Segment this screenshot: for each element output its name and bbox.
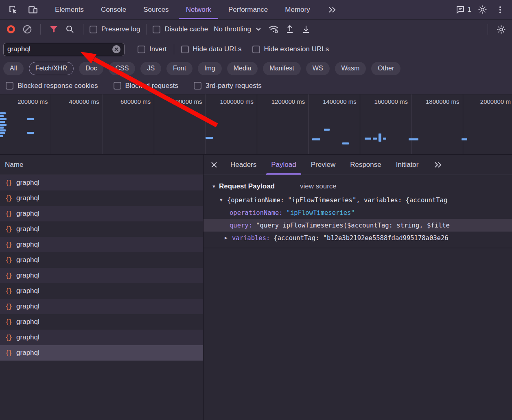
device-toolbar-icon[interactable] [26,3,40,17]
third-party-requests-checkbox[interactable]: 3rd-party requests [194,82,262,90]
checkbox-box [114,82,121,90]
blocked-response-cookies-checkbox[interactable]: Blocked response cookies [6,82,98,90]
blocked-requests-checkbox[interactable]: Blocked requests [114,82,178,90]
chip-media[interactable]: Media [227,62,258,75]
request-detail-panel: Headers Payload Preview Response Initiat… [203,155,512,420]
clear-network-log-button[interactable] [20,22,34,36]
detail-tab-bar: Headers Payload Preview Response Initiat… [203,155,512,175]
timeline-label: 1600000 ms [360,94,411,154]
json-icon: {} [5,256,12,264]
hide-data-urls-checkbox[interactable]: Hide data URLs [181,45,242,53]
filter-funnel-icon[interactable] [47,22,61,36]
more-tabs-chevron-icon[interactable] [319,0,346,19]
kebab-menu-icon[interactable] [493,3,507,17]
detail-tab-headers[interactable]: Headers [223,155,264,175]
request-row[interactable]: {}graphql [0,252,203,268]
request-row[interactable]: {}graphql [0,299,203,314]
network-filter-field[interactable] [3,43,125,56]
name-column-header[interactable]: Name [0,155,203,175]
settings-gear-icon[interactable] [475,3,489,17]
close-detail-icon[interactable] [205,155,223,175]
json-icon: {} [5,334,12,341]
chip-css[interactable]: CSS [109,62,135,75]
extra-filter-row: Blocked response cookies Blocked request… [0,77,512,94]
network-conditions-icon[interactable] [267,22,280,36]
detail-tab-response[interactable]: Response [343,155,389,175]
chip-other[interactable]: Other [371,62,400,75]
export-har-icon[interactable] [299,22,313,36]
detail-tab-preview[interactable]: Preview [304,155,343,175]
waterfall-bar [383,138,386,140]
request-row[interactable]: {}graphql [0,190,203,206]
collapse-triangle-icon[interactable]: ▼ [212,184,219,189]
tab-console[interactable]: Console [92,0,135,19]
waterfall-bar [0,127,4,129]
chip-ws[interactable]: WS [306,62,330,75]
checkbox-box [194,82,201,90]
more-detail-tabs-chevron-icon[interactable] [426,155,450,175]
waterfall-bar [365,138,371,140]
chip-manifest[interactable]: Manifest [263,62,300,75]
chip-all[interactable]: All [3,62,24,75]
waterfall-bar [27,118,34,120]
json-icon: {} [5,195,12,202]
request-row[interactable]: {}graphql [0,237,203,252]
json-icon: {} [5,225,12,233]
request-row[interactable]: {}graphql [0,206,203,221]
timeline-label: 800000 ms [154,94,206,154]
chip-doc[interactable]: Doc [79,62,103,75]
expand-triangle-icon[interactable]: ▶ [225,235,232,241]
checkbox-box [153,26,160,33]
request-row[interactable]: {}graphql [0,175,203,190]
tab-memory[interactable]: Memory [276,0,318,19]
timeline-track[interactable]: 200000 ms 400000 ms 600000 ms 800000 ms … [0,94,512,155]
chip-img[interactable]: Img [198,62,222,75]
chip-font[interactable]: Font [166,62,193,75]
chip-fetch-xhr[interactable]: Fetch/XHR [29,62,74,75]
tab-performance[interactable]: Performance [220,0,276,19]
payload-root-row[interactable]: ▼ {operationName: "ipFlowTimeseries", va… [203,194,512,206]
payload-row-variables[interactable]: ▶ variables: {accountTag: "b12e3b2192ee5… [203,232,512,244]
record-network-log-button[interactable] [4,22,18,36]
detail-tab-initiator[interactable]: Initiator [389,155,426,175]
import-har-icon[interactable] [283,22,297,36]
filter-text-input[interactable] [7,45,110,53]
waterfall-bar [324,129,330,131]
json-icon: {} [5,241,12,248]
request-row-selected[interactable]: {}graphql [0,345,203,361]
network-settings-gear-icon[interactable] [494,22,508,36]
request-row[interactable]: {}graphql [0,330,203,345]
payload-row-operation-name[interactable]: operationName: "ipFlowTimeseries" [203,206,512,219]
message-bubble-icon [455,5,465,15]
messages-count: 1 [468,6,471,14]
tab-sources[interactable]: Sources [135,0,177,19]
request-row[interactable]: {}graphql [0,314,203,330]
chip-wasm[interactable]: Wasm [335,62,366,75]
json-icon: {} [5,179,12,186]
checkbox-box [6,82,13,90]
invert-checkbox[interactable]: Invert [138,45,167,53]
view-source-link[interactable]: view source [300,182,337,190]
json-icon: {} [5,272,12,279]
throttling-dropdown[interactable]: No throttling [214,25,261,33]
disable-cache-checkbox[interactable]: Disable cache [153,25,208,33]
collapse-triangle-icon[interactable]: ▼ [220,197,227,203]
tab-network[interactable]: Network [177,0,220,19]
search-icon[interactable] [63,22,77,36]
waterfall-bar [312,138,320,140]
hide-extension-urls-checkbox[interactable]: Hide extension URLs [252,45,329,53]
payload-row-query[interactable]: query: "query ipFlowTimeseries($accountT… [203,219,512,232]
divider [83,24,83,35]
preserve-log-checkbox[interactable]: Preserve log [90,25,140,33]
chip-js[interactable]: JS [140,62,161,75]
clear-filter-icon[interactable] [112,45,120,53]
request-row[interactable]: {}graphql [0,221,203,237]
timeline-label: 1400000 ms [309,94,360,154]
inspect-element-icon[interactable] [7,3,20,17]
console-messages-button[interactable]: 1 [455,5,471,15]
detail-tab-payload[interactable]: Payload [264,155,303,175]
tab-elements[interactable]: Elements [46,0,92,19]
request-row[interactable]: {}graphql [0,268,203,283]
waterfall-bar [0,135,3,137]
request-row[interactable]: {}graphql [0,283,203,299]
